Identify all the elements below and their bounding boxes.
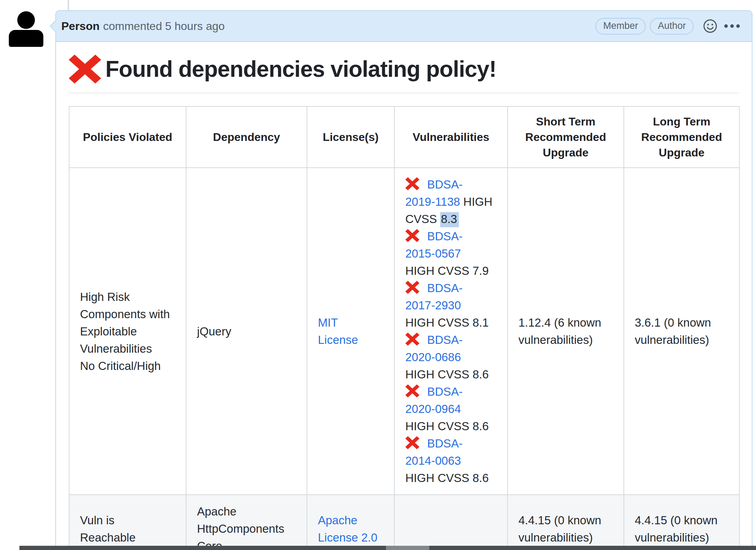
report-heading-text: Found dependencies violating policy!	[105, 55, 496, 83]
column-header-dependency: Dependency	[186, 106, 307, 168]
vulnerability-entry: BDSA-2020-0686HIGH CVSS 8.6	[405, 331, 497, 383]
cell-policies-violated: Vuln is Reachable	[69, 495, 186, 550]
license-link[interactable]: Apache License 2.0	[318, 514, 377, 544]
table-row: Vuln is ReachableApache HttpComponents C…	[69, 495, 739, 550]
cell-vulnerabilities	[394, 495, 508, 550]
scrollbar-thumb[interactable]	[386, 546, 429, 550]
page: Person commented 5 hours ago Member Auth…	[0, 0, 756, 550]
selected-text: 8.3	[440, 212, 459, 227]
cell-long-term-upgrade: 4.4.15 (0 known vulnerabilities)	[624, 495, 739, 550]
cell-policies-violated: High Risk Components with Exploitable Vu…	[69, 168, 186, 495]
vulnerability-link[interactable]: BDSA-	[427, 385, 463, 398]
cross-mark-icon	[405, 333, 419, 346]
dependency-table: Policies ViolatedDependencyLicense(s)Vul…	[69, 106, 740, 550]
cell-dependency: Apache HttpComponents Core	[186, 495, 307, 550]
comment-card: Person commented 5 hours ago Member Auth…	[55, 10, 752, 550]
reaction-button[interactable]	[703, 19, 718, 33]
vulnerability-link[interactable]: BDSA-	[427, 230, 463, 243]
cell-licenses: MIT License	[307, 168, 394, 495]
cell-long-term-upgrade: 3.6.1 (0 known vulnerabilities)	[624, 168, 739, 495]
vulnerability-text: HIGH	[460, 195, 492, 208]
kebab-horizontal-icon	[724, 24, 740, 28]
vulnerability-link[interactable]: BDSA-	[427, 282, 463, 295]
vulnerability-text: HIGH CVSS 8.6	[405, 368, 489, 381]
cross-mark-icon	[405, 177, 419, 190]
column-header-vulnerabilities: Vulnerabilities	[394, 106, 508, 168]
vulnerability-entry: BDSA-2019-1138 HIGHCVSS 8.3	[405, 176, 497, 228]
vulnerability-text: HIGH CVSS 8.6	[405, 420, 489, 433]
vulnerability-text: HIGH CVSS 7.9	[405, 264, 489, 277]
cell-licenses: Apache License 2.0	[307, 495, 394, 550]
vulnerability-link[interactable]: 2017-2930	[405, 299, 461, 312]
cross-mark-icon	[405, 436, 419, 449]
column-header-license-s: License(s)	[307, 106, 394, 168]
table-row: High Risk Components with Exploitable Vu…	[69, 168, 739, 495]
column-header-short-term: Short Term Recommended Upgrade	[508, 106, 624, 168]
window-bottom-edge	[19, 546, 756, 550]
author-badge: Author	[650, 18, 694, 35]
avatar[interactable]	[9, 11, 43, 47]
vulnerability-link[interactable]: BDSA-	[427, 333, 463, 346]
cell-short-term-upgrade: 4.4.15 (0 known vulnerabilities)	[508, 495, 624, 550]
comment-body: Found dependencies violating policy! Pol…	[56, 42, 752, 550]
comment-meta: commented 5 hours ago	[103, 20, 225, 33]
vulnerability-link[interactable]: BDSA-	[427, 437, 463, 450]
vulnerability-link[interactable]: BDSA-	[427, 178, 463, 191]
comment-menu-button[interactable]	[724, 24, 740, 28]
table-header-row: Policies ViolatedDependencyLicense(s)Vul…	[69, 106, 739, 168]
license-link[interactable]: MIT License	[318, 316, 358, 346]
timeline-line	[68, 0, 69, 11]
comment-header: Person commented 5 hours ago Member Auth…	[56, 11, 752, 42]
comment-author[interactable]: Person	[61, 20, 99, 33]
vulnerability-entry: BDSA-2014-0063HIGH CVSS 8.6	[405, 435, 497, 487]
cross-mark-icon	[405, 384, 419, 397]
vulnerability-text: HIGH CVSS 8.6	[405, 471, 489, 484]
vulnerability-link[interactable]: 2015-0567	[405, 247, 461, 260]
member-badge: Member	[595, 18, 646, 35]
cell-short-term-upgrade: 1.12.4 (6 known vulnerabilities)	[508, 168, 624, 495]
vulnerability-text: CVSS	[405, 212, 440, 225]
smiley-icon	[703, 19, 718, 33]
cell-dependency: jQuery	[186, 168, 307, 495]
vulnerability-link[interactable]: 2020-0964	[405, 402, 461, 415]
cross-mark-icon	[69, 55, 101, 84]
column-header-policies-violated: Policies Violated	[69, 106, 186, 168]
vulnerability-entry: BDSA-2015-0567HIGH CVSS 7.9	[405, 228, 497, 279]
vulnerability-link[interactable]: 2014-0063	[405, 454, 461, 467]
comment-caret	[50, 20, 62, 32]
cross-mark-icon	[405, 229, 419, 242]
vulnerability-link[interactable]: 2020-0686	[405, 351, 461, 364]
vulnerability-link[interactable]: 2019-1138	[405, 195, 460, 208]
vulnerability-text: HIGH CVSS 8.1	[405, 316, 489, 329]
vulnerability-entry: BDSA-2020-0964HIGH CVSS 8.6	[405, 383, 497, 435]
vulnerability-entry: BDSA-2017-2930HIGH CVSS 8.1	[405, 279, 497, 331]
cell-vulnerabilities: BDSA-2019-1138 HIGHCVSS 8.3BDSA-2015-056…	[394, 168, 508, 495]
cross-mark-icon	[405, 281, 419, 294]
person-silhouette-icon	[9, 11, 43, 47]
column-header-long-term: Long Term Recommended Upgrade	[624, 106, 739, 168]
report-heading: Found dependencies violating policy!	[69, 55, 739, 93]
